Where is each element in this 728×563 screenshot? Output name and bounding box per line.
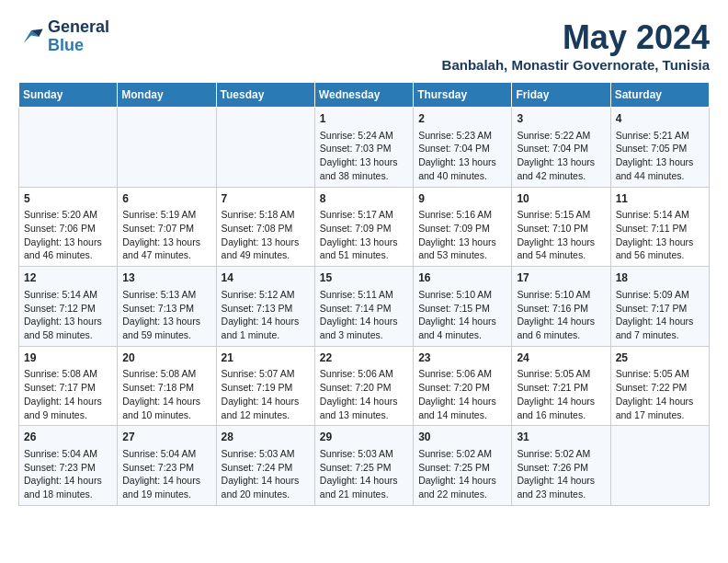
calendar-cell: 6Sunrise: 5:19 AMSunset: 7:07 PMDaylight…: [118, 187, 216, 267]
calendar-cell: 29Sunrise: 5:03 AMSunset: 7:25 PMDayligh…: [314, 426, 413, 506]
calendar-cell: 24Sunrise: 5:05 AMSunset: 7:21 PMDayligh…: [512, 346, 610, 426]
calendar-cell: 13Sunrise: 5:13 AMSunset: 7:13 PMDayligh…: [118, 267, 216, 347]
day-number: 15: [320, 270, 408, 286]
title-block: May 2024 Banbalah, Monastir Governorate,…: [442, 18, 710, 73]
day-number: 28: [222, 430, 310, 445]
day-number: 11: [616, 191, 704, 207]
day-info: Sunrise: 5:24 AMSunset: 7:03 PMDaylight:…: [320, 129, 408, 183]
calendar-table: SundayMondayTuesdayWednesdayThursdayFrid…: [18, 82, 710, 506]
calendar-cell: 21Sunrise: 5:07 AMSunset: 7:19 PMDayligh…: [216, 346, 314, 426]
weekday-header: Friday: [512, 83, 610, 108]
calendar-cell: 7Sunrise: 5:18 AMSunset: 7:08 PMDaylight…: [216, 187, 314, 267]
day-number: 12: [24, 270, 112, 286]
weekday-header: Thursday: [414, 83, 512, 108]
day-info: Sunrise: 5:14 AMSunset: 7:11 PMDaylight:…: [616, 208, 704, 262]
calendar-week-row: 5Sunrise: 5:20 AMSunset: 7:06 PMDaylight…: [19, 187, 710, 267]
day-info: Sunrise: 5:11 AMSunset: 7:14 PMDaylight:…: [320, 288, 408, 342]
day-number: 18: [616, 270, 704, 286]
day-number: 1: [320, 111, 408, 127]
day-number: 3: [517, 111, 605, 127]
weekday-header: Wednesday: [314, 83, 413, 108]
calendar-week-row: 19Sunrise: 5:08 AMSunset: 7:17 PMDayligh…: [19, 346, 710, 426]
day-info: Sunrise: 5:05 AMSunset: 7:21 PMDaylight:…: [517, 367, 605, 421]
day-info: Sunrise: 5:07 AMSunset: 7:19 PMDaylight:…: [222, 367, 310, 421]
calendar-cell: 22Sunrise: 5:06 AMSunset: 7:20 PMDayligh…: [314, 346, 413, 426]
calendar-cell: 1Sunrise: 5:24 AMSunset: 7:03 PMDaylight…: [314, 108, 413, 188]
day-info: Sunrise: 5:14 AMSunset: 7:12 PMDaylight:…: [24, 288, 112, 342]
month-title: May 2024: [442, 18, 710, 57]
calendar-cell: 10Sunrise: 5:15 AMSunset: 7:10 PMDayligh…: [512, 187, 610, 267]
weekday-header: Tuesday: [216, 83, 314, 108]
day-number: 5: [24, 191, 112, 207]
calendar-cell: 3Sunrise: 5:22 AMSunset: 7:04 PMDaylight…: [512, 108, 610, 188]
location-title: Banbalah, Monastir Governorate, Tunisia: [442, 57, 710, 73]
day-info: Sunrise: 5:06 AMSunset: 7:20 PMDaylight:…: [320, 367, 408, 421]
day-info: Sunrise: 5:23 AMSunset: 7:04 PMDaylight:…: [418, 129, 506, 183]
calendar-cell: [118, 108, 216, 188]
logo-line2: Blue: [48, 37, 109, 55]
day-info: Sunrise: 5:16 AMSunset: 7:09 PMDaylight:…: [418, 208, 506, 262]
calendar-cell: 26Sunrise: 5:04 AMSunset: 7:23 PMDayligh…: [19, 426, 118, 506]
calendar-cell: 4Sunrise: 5:21 AMSunset: 7:05 PMDaylight…: [610, 108, 709, 188]
calendar-cell: 31Sunrise: 5:02 AMSunset: 7:26 PMDayligh…: [512, 426, 610, 506]
calendar-cell: 16Sunrise: 5:10 AMSunset: 7:15 PMDayligh…: [414, 267, 512, 347]
calendar-cell: 15Sunrise: 5:11 AMSunset: 7:14 PMDayligh…: [314, 267, 413, 347]
day-number: 20: [122, 350, 210, 366]
day-number: 29: [320, 430, 408, 445]
calendar-week-row: 12Sunrise: 5:14 AMSunset: 7:12 PMDayligh…: [19, 267, 710, 347]
calendar-cell: 2Sunrise: 5:23 AMSunset: 7:04 PMDaylight…: [414, 108, 512, 188]
page-header: General Blue May 2024 Banbalah, Monastir…: [18, 18, 710, 73]
calendar-cell: [216, 108, 314, 188]
day-info: Sunrise: 5:08 AMSunset: 7:17 PMDaylight:…: [24, 367, 112, 421]
day-number: 14: [222, 270, 310, 286]
logo-icon: [18, 24, 44, 50]
day-info: Sunrise: 5:02 AMSunset: 7:25 PMDaylight:…: [418, 447, 506, 501]
day-info: Sunrise: 5:04 AMSunset: 7:23 PMDaylight:…: [24, 447, 112, 501]
calendar-cell: 11Sunrise: 5:14 AMSunset: 7:11 PMDayligh…: [610, 187, 709, 267]
calendar-cell: 8Sunrise: 5:17 AMSunset: 7:09 PMDaylight…: [314, 187, 413, 267]
day-info: Sunrise: 5:18 AMSunset: 7:08 PMDaylight:…: [222, 208, 310, 262]
day-number: 27: [122, 430, 210, 445]
day-number: 23: [418, 350, 506, 366]
day-number: 31: [517, 430, 605, 445]
day-info: Sunrise: 5:19 AMSunset: 7:07 PMDaylight:…: [122, 208, 210, 262]
calendar-cell: 12Sunrise: 5:14 AMSunset: 7:12 PMDayligh…: [19, 267, 118, 347]
day-info: Sunrise: 5:05 AMSunset: 7:22 PMDaylight:…: [616, 367, 704, 421]
day-number: 26: [24, 430, 112, 445]
day-info: Sunrise: 5:12 AMSunset: 7:13 PMDaylight:…: [222, 288, 310, 342]
calendar-cell: 20Sunrise: 5:08 AMSunset: 7:18 PMDayligh…: [118, 346, 216, 426]
calendar-cell: 28Sunrise: 5:03 AMSunset: 7:24 PMDayligh…: [216, 426, 314, 506]
day-number: 22: [320, 350, 408, 366]
day-info: Sunrise: 5:09 AMSunset: 7:17 PMDaylight:…: [616, 288, 704, 342]
calendar-cell: 23Sunrise: 5:06 AMSunset: 7:20 PMDayligh…: [414, 346, 512, 426]
calendar-cell: 25Sunrise: 5:05 AMSunset: 7:22 PMDayligh…: [610, 346, 709, 426]
logo: General Blue: [18, 18, 109, 55]
calendar-cell: 30Sunrise: 5:02 AMSunset: 7:25 PMDayligh…: [414, 426, 512, 506]
calendar-cell: 27Sunrise: 5:04 AMSunset: 7:23 PMDayligh…: [118, 426, 216, 506]
day-info: Sunrise: 5:21 AMSunset: 7:05 PMDaylight:…: [616, 129, 704, 183]
day-number: 7: [222, 191, 310, 207]
calendar-cell: 14Sunrise: 5:12 AMSunset: 7:13 PMDayligh…: [216, 267, 314, 347]
day-number: 2: [418, 111, 506, 127]
day-info: Sunrise: 5:10 AMSunset: 7:16 PMDaylight:…: [517, 288, 605, 342]
day-number: 21: [222, 350, 310, 366]
day-info: Sunrise: 5:10 AMSunset: 7:15 PMDaylight:…: [418, 288, 506, 342]
logo-line1: General: [48, 18, 109, 37]
day-info: Sunrise: 5:02 AMSunset: 7:26 PMDaylight:…: [517, 447, 605, 501]
day-number: 19: [24, 350, 112, 366]
day-info: Sunrise: 5:03 AMSunset: 7:24 PMDaylight:…: [222, 447, 310, 501]
day-number: 9: [418, 191, 506, 207]
day-info: Sunrise: 5:04 AMSunset: 7:23 PMDaylight:…: [122, 447, 210, 501]
weekday-header: Monday: [118, 83, 216, 108]
day-number: 17: [517, 270, 605, 286]
weekday-header: Saturday: [610, 83, 709, 108]
day-number: 8: [320, 191, 408, 207]
day-number: 4: [616, 111, 704, 127]
day-number: 10: [517, 191, 605, 207]
calendar-cell: 5Sunrise: 5:20 AMSunset: 7:06 PMDaylight…: [19, 187, 118, 267]
day-info: Sunrise: 5:15 AMSunset: 7:10 PMDaylight:…: [517, 208, 605, 262]
day-number: 6: [122, 191, 210, 207]
day-info: Sunrise: 5:03 AMSunset: 7:25 PMDaylight:…: [320, 447, 408, 501]
day-info: Sunrise: 5:13 AMSunset: 7:13 PMDaylight:…: [122, 288, 210, 342]
day-info: Sunrise: 5:20 AMSunset: 7:06 PMDaylight:…: [24, 208, 112, 262]
